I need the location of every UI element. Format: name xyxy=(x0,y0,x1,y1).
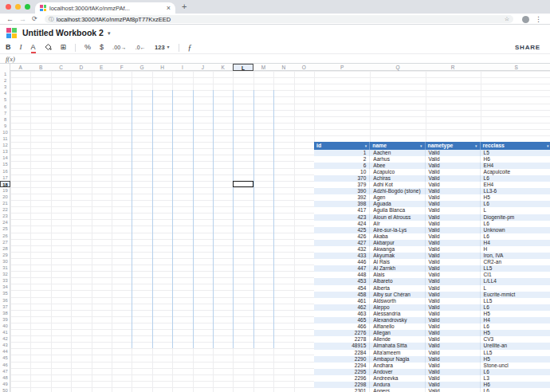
table-row[interactable]: 6AbeeValidEH4 xyxy=(314,163,550,169)
cell-nametype[interactable]: Valid xyxy=(426,343,481,349)
formula-button[interactable]: ƒ xyxy=(188,43,192,52)
column-header-M[interactable]: M xyxy=(253,64,273,71)
cell-id[interactable]: 379 xyxy=(314,182,370,188)
cell-recclass[interactable]: L/LL4 xyxy=(481,278,550,284)
cell-id[interactable]: 447 xyxy=(314,265,370,272)
row-header-18[interactable]: 18 xyxy=(0,181,10,187)
column-header-I[interactable]: I xyxy=(172,64,192,71)
row-header-11[interactable]: 11 xyxy=(0,135,10,142)
cell-recclass[interactable]: L6 xyxy=(481,304,550,311)
row-header-2[interactable]: 2 xyxy=(0,77,10,84)
cell-nametype[interactable]: Valid xyxy=(426,304,481,311)
table-row[interactable]: 370AchirasValidL6 xyxy=(314,175,550,182)
row-header-23[interactable]: 23 xyxy=(0,213,10,219)
cell-id[interactable]: 453 xyxy=(314,278,370,284)
row-header-29[interactable]: 29 xyxy=(0,252,10,258)
cell-nametype[interactable]: Valid xyxy=(426,278,481,284)
share-button[interactable]: SHARE xyxy=(515,41,540,53)
cell-id[interactable]: 2295 xyxy=(314,369,370,375)
cell-recclass[interactable]: H5 xyxy=(481,194,550,201)
browser-tab[interactable]: localhost:3000/fAKo!nmzPAf... × xyxy=(35,2,175,14)
workbook-menu-caret-icon[interactable]: ▾ xyxy=(108,25,111,41)
cell-recclass[interactable]: L6 xyxy=(481,388,550,392)
row-header-26[interactable]: 26 xyxy=(0,233,10,239)
cell-name[interactable]: Achiras xyxy=(370,175,425,182)
sort-icon[interactable]: ▾ xyxy=(547,143,549,148)
cell-id[interactable]: 448 xyxy=(314,272,370,278)
cell-id[interactable]: 458 xyxy=(314,292,370,298)
cell-recclass[interactable]: Unknown xyxy=(481,227,550,233)
column-header-H[interactable]: H xyxy=(152,64,172,71)
table-row[interactable]: 2301AngersValidL6 xyxy=(314,388,550,392)
forward-icon[interactable]: → xyxy=(19,14,26,25)
cell-recclass[interactable]: L xyxy=(481,285,550,292)
table-column-header-nametype[interactable]: nametype▾ xyxy=(426,142,481,150)
table-row[interactable]: 48915Almahata SittaValidUreilite-an xyxy=(314,343,550,349)
cell-nametype[interactable]: Valid xyxy=(426,265,481,272)
cell-id[interactable]: 398 xyxy=(314,201,370,207)
table-row[interactable]: 423Aioun el AtroussValidDiogenite-pm xyxy=(314,214,550,221)
column-header-C[interactable]: C xyxy=(51,64,71,71)
row-header-6[interactable]: 6 xyxy=(0,104,10,110)
cell-nametype[interactable]: Valid xyxy=(426,382,481,388)
cell-nametype[interactable]: Valid xyxy=(426,227,481,233)
column-header-N[interactable]: N xyxy=(273,64,293,71)
bold-button[interactable]: B xyxy=(6,43,11,52)
cell-recclass[interactable]: L6 xyxy=(481,233,550,240)
table-row[interactable]: 2295AndoverValidL6 xyxy=(314,369,550,375)
cell-nametype[interactable]: Valid xyxy=(426,369,481,375)
cell-name[interactable]: Alby sur Chéran xyxy=(370,292,425,298)
tab-close-icon[interactable]: × xyxy=(167,5,171,12)
row-header-4[interactable]: 4 xyxy=(0,90,10,96)
row-header-14[interactable]: 14 xyxy=(0,155,10,161)
cell-nametype[interactable]: Valid xyxy=(426,292,481,298)
cell-recclass[interactable]: Eucrite-mmict xyxy=(481,292,550,298)
spreadsheet-grid[interactable]: id▾name▾nametype▾recclass▾1AachenValidL5… xyxy=(0,64,550,392)
column-header-Q[interactable]: Q xyxy=(370,64,425,71)
table-row[interactable]: 462AleppoValidL6 xyxy=(314,304,550,311)
cell-recclass[interactable]: L xyxy=(481,207,550,214)
browser-menu-icon[interactable]: ⋮ xyxy=(535,14,542,25)
cell-recclass[interactable]: H6 xyxy=(481,156,550,163)
table-row[interactable]: 2290Ambapur NaglaValidH5 xyxy=(314,356,550,363)
row-header-32[interactable]: 32 xyxy=(0,271,10,277)
cell-recclass[interactable]: L6 xyxy=(481,201,550,207)
cell-id[interactable]: 466 xyxy=(314,323,370,330)
cell-id[interactable]: 2301 xyxy=(314,388,370,392)
cell-nametype[interactable]: Valid xyxy=(426,253,481,259)
cell-name[interactable]: Alberta xyxy=(370,285,425,292)
row-header-37[interactable]: 37 xyxy=(0,304,10,310)
cell-name[interactable]: Aldsworth xyxy=(370,298,425,304)
cell-nametype[interactable]: Valid xyxy=(426,259,481,265)
cell-recclass[interactable]: L5 xyxy=(481,150,550,156)
address-bar[interactable]: ⓘ localhost:3000/fAKo!nmzPAf8pT77KxzEED … xyxy=(45,15,513,23)
cell-nametype[interactable]: Valid xyxy=(426,272,481,278)
cell-nametype[interactable]: Valid xyxy=(426,311,481,317)
currency-format-button[interactable]: $ xyxy=(100,43,104,52)
cell-nametype[interactable]: Valid xyxy=(426,336,481,343)
cell-nametype[interactable]: Valid xyxy=(426,388,481,392)
cell-id[interactable]: 2296 xyxy=(314,375,370,382)
reload-icon[interactable]: ⟳ xyxy=(32,14,37,25)
row-header-7[interactable]: 7 xyxy=(0,110,10,116)
cell-name[interactable]: Alexandrovsky xyxy=(370,317,425,323)
cell-name[interactable]: Akwanga xyxy=(370,246,425,253)
cell-id[interactable]: 462 xyxy=(314,304,370,311)
decrease-decimals-button[interactable]: .00→ xyxy=(112,43,127,52)
column-header-E[interactable]: E xyxy=(92,64,112,71)
cell-nametype[interactable]: Valid xyxy=(426,350,481,356)
table-row[interactable]: 425Aire-sur-la-LysValidUnknown xyxy=(314,227,550,233)
cell-recclass[interactable]: Iron, IVA xyxy=(481,253,550,259)
italic-button[interactable]: I xyxy=(20,43,22,52)
row-header-44[interactable]: 44 xyxy=(0,348,10,355)
row-header-50[interactable]: 50 xyxy=(0,387,10,392)
window-close-button[interactable] xyxy=(6,4,11,10)
cell-name[interactable]: Aïr xyxy=(370,221,425,227)
row-header-47[interactable]: 47 xyxy=(0,368,10,374)
cell-name[interactable]: Almahata Sitta xyxy=(370,343,425,349)
cell-nametype[interactable]: Valid xyxy=(426,240,481,246)
cell-name[interactable]: Adzhi-Bogdo (stone) xyxy=(370,188,425,194)
row-header-27[interactable]: 27 xyxy=(0,239,10,245)
cell-name[interactable]: Aire-sur-la-Lys xyxy=(370,227,425,233)
cell-name[interactable]: Akyumak xyxy=(370,253,425,259)
